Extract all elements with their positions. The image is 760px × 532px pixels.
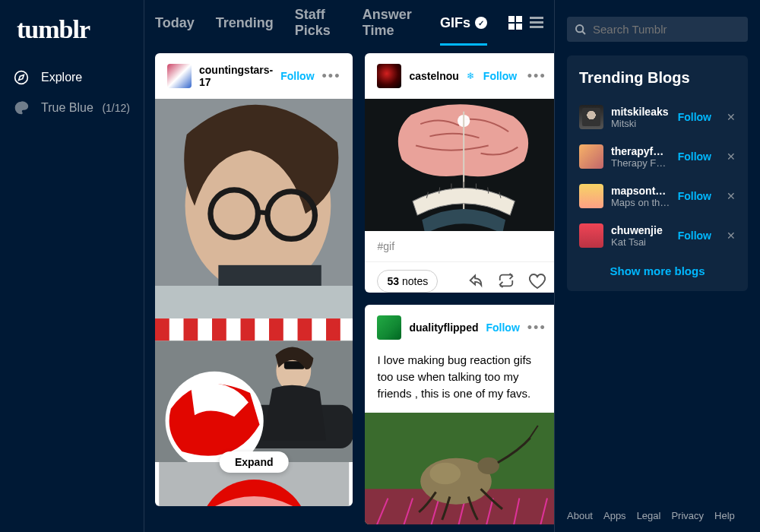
post-image[interactable] [155,99,353,286]
show-more-blogs[interactable]: Show more blogs [567,255,748,280]
post-username[interactable]: castelnou [409,70,458,82]
palette-icon [14,100,29,116]
follow-link[interactable]: Follow [486,321,519,334]
blog-row: mapsonthewebMaps on the Web Follow ✕ [567,176,748,216]
sidebar-right: Trending Blogs mitskileaksMitski Follow … [555,0,760,532]
notes-button[interactable]: 53 notes [377,270,438,293]
avatar[interactable] [579,105,603,129]
footer-help[interactable]: Help [714,510,735,521]
tab-gifs[interactable]: GIFs ✓ [440,0,487,46]
blog-name[interactable]: chuwenjie [611,224,670,236]
dismiss-icon[interactable]: ✕ [727,190,736,202]
footer-links: About Apps Legal Privacy Help [567,499,748,532]
blog-subtitle: Maps on the Web [611,197,670,208]
svg-point-0 [15,71,28,84]
svg-point-54 [576,25,583,32]
nav-count: (1/12) [102,102,130,114]
trending-title: Trending Blogs [567,69,748,97]
post-image[interactable] [365,413,554,524]
post-card: castelnou ❄ Follow ••• [365,53,554,293]
svg-rect-7 [530,21,543,24]
footer-apps[interactable]: Apps [603,510,626,521]
avatar[interactable] [167,64,192,88]
follow-link[interactable]: Follow [678,230,711,242]
svg-point-52 [478,457,499,473]
avatar[interactable] [579,184,603,208]
follow-link[interactable]: Follow [678,150,711,163]
blog-subtitle: Kat Tsai [611,236,670,248]
tab-label: GIFs [440,15,470,31]
share-icon[interactable] [467,272,484,289]
feed: countingstars-17 Follow ••• [144,46,554,532]
footer-about[interactable]: About [567,510,593,521]
like-icon[interactable] [528,272,546,290]
svg-rect-6 [530,17,543,19]
svg-rect-24 [326,318,340,340]
nav-label: True Blue [41,101,102,115]
svg-line-55 [582,31,585,34]
tab-today[interactable]: Today [155,0,195,46]
follow-link[interactable]: Follow [678,190,711,202]
blog-row: mitskileaksMitski Follow ✕ [567,97,748,137]
nav-true-blue[interactable]: True Blue (1/12) [0,93,144,123]
trending-blogs: Trending Blogs mitskileaksMitski Follow … [567,55,748,291]
follow-link[interactable]: Follow [483,70,517,82]
search-input[interactable] [593,23,740,36]
post-username[interactable]: countingstars-17 [199,64,273,88]
reblog-icon[interactable] [498,272,515,289]
tabs: Today Trending Staff Picks Answer Time G… [144,0,554,46]
tab-answer-time[interactable]: Answer Time [363,0,419,46]
svg-marker-1 [19,75,24,81]
post-username[interactable]: dualityflipped [409,321,478,334]
search-icon [575,24,587,36]
blog-name[interactable]: mitskileaks [611,106,670,118]
nav-explore[interactable]: Explore [0,62,144,93]
grid-view-icon[interactable] [508,16,522,30]
follow-link[interactable]: Follow [280,70,314,82]
logo[interactable]: tumblr [0,15,144,62]
list-view-icon[interactable] [530,16,543,30]
dismiss-icon[interactable]: ✕ [727,150,736,163]
post-body: I love making bug reaction gifs too use … [365,350,554,412]
avatar[interactable] [377,315,401,340]
post-image[interactable] [365,99,554,231]
svg-point-53 [430,462,461,483]
post-card: countingstars-17 Follow ••• [155,53,353,506]
sidebar-left: tumblr Explore True Blue (1/12) [0,0,144,532]
dismiss-icon[interactable]: ✕ [727,111,736,123]
verified-icon: ❄ [467,71,474,81]
svg-rect-8 [530,26,543,28]
post-image[interactable]: Expand [155,286,353,462]
svg-rect-23 [298,318,312,340]
svg-rect-22 [269,318,283,340]
blog-row: chuwenjieKat Tsai Follow ✕ [567,216,748,255]
svg-rect-2 [508,16,515,22]
more-icon[interactable]: ••• [527,320,546,336]
tab-trending[interactable]: Trending [216,0,274,46]
compass-icon [14,70,29,85]
blog-subtitle: Mitski [611,118,670,129]
more-icon[interactable]: ••• [322,68,341,84]
svg-rect-18 [155,318,169,340]
blog-row: therapyforblackgirlsTherapy For Black...… [567,137,748,176]
blog-name[interactable]: mapsontheweb [611,185,670,197]
dismiss-icon[interactable]: ✕ [727,230,736,242]
blog-name[interactable]: therapyforblackgirls [611,145,670,157]
avatar[interactable] [377,64,401,88]
avatar[interactable] [579,223,603,248]
follow-link[interactable]: Follow [678,111,711,123]
svg-rect-14 [218,265,321,286]
search-box[interactable] [567,17,748,42]
view-toggle [508,16,543,30]
post-tags[interactable]: #gif [365,231,554,261]
expand-button[interactable]: Expand [220,451,289,473]
tab-staff-picks[interactable]: Staff Picks [295,0,341,46]
svg-rect-3 [516,16,522,22]
avatar[interactable] [579,144,603,169]
footer-legal[interactable]: Legal [637,510,661,521]
svg-rect-5 [516,24,522,30]
check-icon: ✓ [475,17,487,29]
more-icon[interactable]: ••• [527,68,546,84]
footer-privacy[interactable]: Privacy [671,510,704,521]
svg-rect-21 [241,318,255,340]
